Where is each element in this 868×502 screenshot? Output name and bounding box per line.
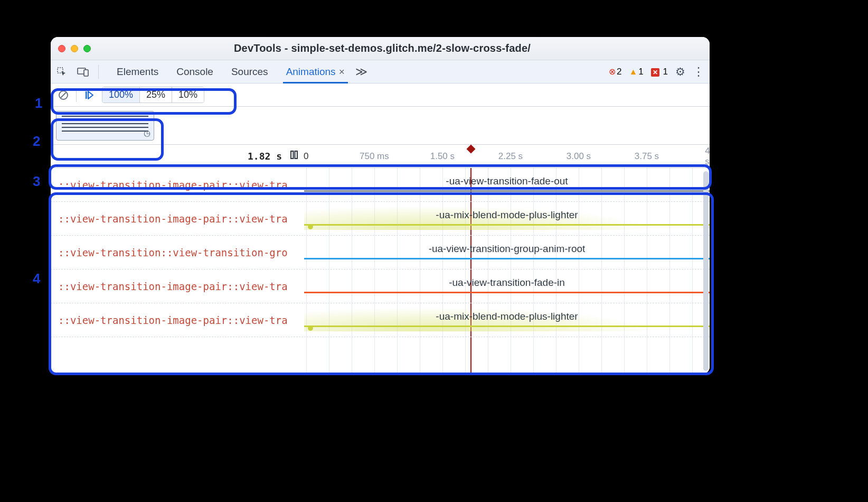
clear-button[interactable]: [56, 88, 71, 103]
ruler-tick: 3.00 s: [567, 151, 591, 162]
ruler-tick: 2.25 s: [498, 151, 523, 162]
inspect-icon[interactable]: [56, 66, 68, 78]
errors-badge-red-circle[interactable]: ⊗2: [609, 67, 621, 77]
track-timeline[interactable]: -ua-mix-blend-mode-plus-lighter: [304, 303, 710, 337]
animation-buffer-row: ◷: [51, 107, 710, 145]
speed-10pct[interactable]: 10%: [172, 87, 204, 103]
tabs-overflow-icon[interactable]: ≫: [355, 65, 367, 79]
tab-sources[interactable]: Sources: [230, 61, 269, 82]
speed-25pct[interactable]: 25%: [140, 87, 172, 103]
tracks-panel: ::view-transition-image-pair::view-tra-u…: [51, 168, 710, 374]
devtools-window: DevTools - simple-set-demos.glitch.me/2-…: [51, 37, 710, 374]
animation-group-thumbnail[interactable]: ◷: [56, 111, 154, 141]
callout-4: 4: [33, 271, 40, 287]
ruler-tick: 4.50 s: [705, 146, 710, 167]
svg-rect-6: [291, 151, 294, 159]
errors-count-red: 2: [617, 67, 621, 77]
animation-bar[interactable]: [304, 190, 710, 192]
close-window-button[interactable]: [58, 45, 65, 52]
play-button[interactable]: [82, 88, 97, 103]
animation-bar[interactable]: [304, 224, 710, 226]
minimize-window-button[interactable]: [71, 45, 78, 52]
track-selector-label[interactable]: ::view-transition-image-pair::view-tra: [51, 281, 304, 292]
device-toggle-icon[interactable]: [77, 66, 89, 78]
timeline-ruler[interactable]: 1.82 s 0750 ms1.50 s2.25 s3.00 s3.75 s4.…: [51, 145, 710, 168]
ruler-tick: 0: [304, 151, 308, 162]
callout-1: 1: [35, 95, 42, 111]
svg-rect-2: [84, 70, 88, 76]
animation-track-row[interactable]: ::view-transition-image-pair::view-tra-u…: [51, 303, 710, 337]
callout-3: 3: [33, 173, 40, 190]
track-selector-label[interactable]: ::view-transition-image-pair::view-tra: [51, 213, 304, 225]
callout-2: 2: [33, 133, 40, 150]
vertical-scrollbar[interactable]: [703, 171, 709, 371]
tab-close-icon[interactable]: ×: [339, 66, 345, 77]
animation-bar[interactable]: [304, 326, 710, 327]
track-selector-label[interactable]: ::view-transition-image-pair::view-tra: [51, 314, 304, 326]
animation-name-label: -ua-view-transition-group-anim-root: [304, 243, 710, 255]
window-title: DevTools - simple-set-demos.glitch.me/2-…: [96, 42, 668, 54]
errors-count-red-sq: 1: [663, 67, 668, 77]
animations-toolbar: 100%25%10%: [51, 83, 710, 107]
titlebar: DevTools - simple-set-demos.glitch.me/2-…: [51, 37, 710, 60]
playhead-marker-icon[interactable]: [467, 145, 476, 154]
animation-name-label: -ua-mix-blend-mode-plus-lighter: [304, 311, 710, 322]
ruler-tick: 1.50 s: [430, 151, 455, 162]
track-selector-label[interactable]: ::view-transition-image-pair::view-tra: [51, 179, 304, 191]
animation-track-row[interactable]: ::view-transition-image-pair::view-tra-u…: [51, 269, 710, 303]
track-timeline[interactable]: -ua-view-transition-group-anim-root: [304, 236, 710, 269]
clock-icon: ◷: [144, 128, 150, 138]
tab-animations[interactable]: Animations×: [285, 61, 346, 82]
track-timeline[interactable]: -ua-mix-blend-mode-plus-lighter: [304, 202, 710, 235]
animation-track-row[interactable]: ::view-transition-image-pair::view-tra-u…: [51, 168, 710, 202]
errors-badge-red-square[interactable]: ✕ 1: [651, 67, 668, 77]
ruler-tick: 750 ms: [360, 151, 389, 162]
track-selector-label[interactable]: ::view-transition::view-transition-gro: [51, 247, 304, 258]
settings-gear-icon[interactable]: ⚙: [675, 66, 685, 78]
animation-name-label: -ua-mix-blend-mode-plus-lighter: [304, 209, 710, 221]
track-timeline[interactable]: -ua-view-transition-fade-out: [304, 168, 710, 201]
animation-name-label: -ua-view-transition-fade-in: [304, 277, 710, 289]
speed-100pct[interactable]: 100%: [102, 87, 140, 103]
kebab-menu-icon[interactable]: ⋮: [693, 65, 704, 79]
speed-group: 100%25%10%: [102, 87, 204, 103]
errors-badge-orange[interactable]: ▲1: [629, 67, 643, 77]
animation-name-label: -ua-view-transition-fade-out: [304, 175, 710, 187]
current-time-label: 1.82 s: [248, 151, 282, 162]
keyframe-dot-icon[interactable]: [308, 224, 313, 229]
track-timeline[interactable]: -ua-view-transition-fade-in: [304, 269, 710, 303]
pause-icon[interactable]: [289, 150, 299, 162]
keyframe-dot-icon[interactable]: [308, 326, 313, 331]
tab-console[interactable]: Console: [175, 61, 214, 82]
svg-line-4: [61, 92, 66, 98]
svg-rect-7: [295, 151, 298, 159]
animation-track-row[interactable]: ::view-transition::view-transition-gro-u…: [51, 236, 710, 269]
traffic-lights: [58, 45, 91, 52]
tab-strip: ElementsConsoleSourcesAnimations× ≫ ⊗2 ▲…: [51, 60, 710, 83]
animation-bar[interactable]: [304, 292, 710, 293]
zoom-window-button[interactable]: [83, 45, 91, 52]
errors-count-orange: 1: [638, 67, 643, 77]
tab-elements[interactable]: Elements: [116, 61, 159, 82]
animation-track-row[interactable]: ::view-transition-image-pair::view-tra-u…: [51, 202, 710, 236]
animation-bar[interactable]: [304, 258, 710, 259]
svg-rect-5: [86, 91, 87, 99]
ruler-tick: 3.75 s: [635, 151, 659, 162]
